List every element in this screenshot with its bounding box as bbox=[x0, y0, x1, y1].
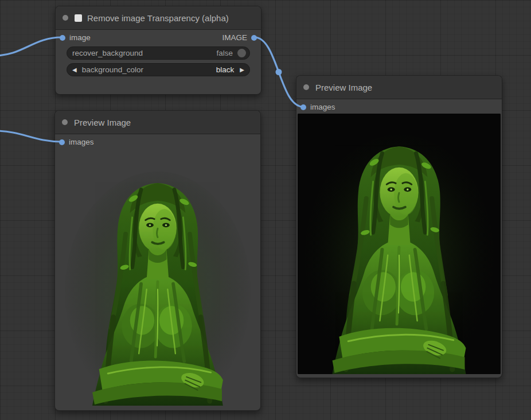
widget-value: black bbox=[216, 65, 235, 74]
green-woman-artwork bbox=[298, 114, 501, 374]
widget-background-color[interactable]: ◀ background_color black ▶ bbox=[67, 63, 250, 76]
input-slot-images-dot[interactable] bbox=[59, 139, 65, 145]
combo-prev-icon[interactable]: ◀ bbox=[72, 67, 77, 73]
green-woman-artwork bbox=[63, 151, 252, 406]
node-remove-image-transparency[interactable]: Remove image Transparency (alpha) image … bbox=[55, 6, 261, 95]
node-header[interactable]: Preview Image bbox=[296, 76, 502, 99]
node-title: Preview Image bbox=[315, 83, 372, 92]
link-midpoint-dot[interactable] bbox=[276, 69, 282, 75]
node-header[interactable]: Remove image Transparency (alpha) bbox=[56, 6, 261, 30]
link-to-preview-left-images bbox=[0, 131, 62, 142]
widget-value: false bbox=[216, 49, 233, 57]
input-slot-image-label: image bbox=[69, 33, 91, 42]
input-slot-images-label: images bbox=[69, 138, 94, 147]
link-to-image-input bbox=[0, 37, 62, 56]
node-graph-canvas[interactable]: Remove image Transparency (alpha) image … bbox=[0, 0, 531, 420]
node-box-icon bbox=[75, 14, 82, 22]
node-header[interactable]: Preview Image bbox=[55, 111, 260, 134]
widget-label: recover_background bbox=[72, 49, 143, 57]
toggle-knob-icon[interactable] bbox=[237, 49, 246, 57]
node-title: Remove image Transparency (alpha) bbox=[87, 13, 229, 23]
output-slot-image-dot[interactable] bbox=[251, 35, 257, 41]
combo-next-icon[interactable]: ▶ bbox=[240, 67, 244, 73]
collapse-dot[interactable] bbox=[62, 119, 68, 125]
node-preview-image-right[interactable]: Preview Image images bbox=[296, 75, 502, 378]
preview-image bbox=[63, 151, 252, 406]
node-title: Preview Image bbox=[74, 118, 131, 127]
collapse-dot[interactable] bbox=[63, 15, 68, 21]
widget-label: background_color bbox=[82, 65, 143, 74]
input-slot-image-dot[interactable] bbox=[60, 35, 65, 41]
input-slot-images-label: images bbox=[310, 103, 335, 112]
collapse-dot[interactable] bbox=[303, 84, 309, 90]
output-slot-image-label: IMAGE bbox=[222, 33, 247, 42]
preview-image bbox=[298, 114, 501, 374]
input-slot-images-dot[interactable] bbox=[300, 104, 306, 110]
widget-recover-background[interactable]: recover_background false bbox=[67, 46, 250, 60]
node-preview-image-left[interactable]: Preview Image images bbox=[54, 110, 261, 411]
